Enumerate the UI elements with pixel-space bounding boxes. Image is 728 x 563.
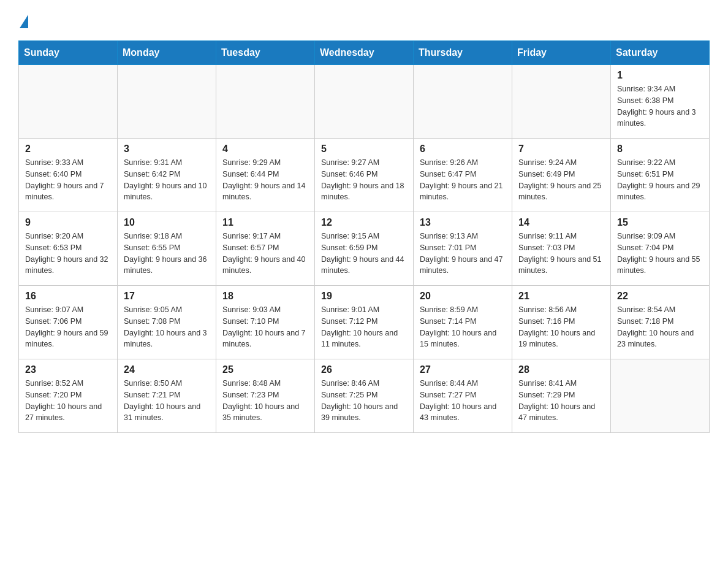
day-info: Sunrise: 9:15 AM Sunset: 6:59 PM Dayligh… [321,231,407,277]
day-number: 1 [617,70,703,81]
day-info: Sunrise: 8:56 AM Sunset: 7:16 PM Dayligh… [518,304,604,350]
day-number: 26 [321,364,407,375]
day-number: 17 [124,291,210,302]
day-info: Sunrise: 9:17 AM Sunset: 6:57 PM Dayligh… [222,231,308,277]
calendar-cell: 21Sunrise: 8:56 AM Sunset: 7:16 PM Dayli… [512,286,611,359]
logo-triangle-icon [20,15,28,28]
day-info: Sunrise: 9:20 AM Sunset: 6:53 PM Dayligh… [25,231,111,277]
day-info: Sunrise: 9:24 AM Sunset: 6:49 PM Dayligh… [518,157,604,203]
day-info: Sunrise: 8:50 AM Sunset: 7:21 PM Dayligh… [124,378,210,424]
calendar-week-row: 1Sunrise: 9:34 AM Sunset: 6:38 PM Daylig… [19,65,710,139]
day-number: 10 [124,217,210,228]
calendar-cell: 3Sunrise: 9:31 AM Sunset: 6:42 PM Daylig… [118,139,216,212]
column-header-friday: Friday [512,41,611,65]
calendar-cell: 6Sunrise: 9:26 AM Sunset: 6:47 PM Daylig… [414,139,512,212]
day-number: 5 [321,144,407,155]
day-info: Sunrise: 9:05 AM Sunset: 7:08 PM Dayligh… [124,304,210,350]
column-header-tuesday: Tuesday [216,41,315,65]
calendar-cell [414,65,512,139]
calendar-cell: 20Sunrise: 8:59 AM Sunset: 7:14 PM Dayli… [414,286,512,359]
calendar-cell [118,65,216,139]
day-info: Sunrise: 8:59 AM Sunset: 7:14 PM Dayligh… [420,304,506,350]
calendar-cell [19,65,118,139]
calendar-cell: 4Sunrise: 9:29 AM Sunset: 6:44 PM Daylig… [216,139,315,212]
day-info: Sunrise: 9:13 AM Sunset: 7:01 PM Dayligh… [420,231,506,277]
day-number: 12 [321,217,407,228]
calendar-cell: 10Sunrise: 9:18 AM Sunset: 6:55 PM Dayli… [118,212,216,286]
calendar-week-row: 9Sunrise: 9:20 AM Sunset: 6:53 PM Daylig… [19,212,710,286]
logo [18,12,28,28]
day-number: 7 [518,144,604,155]
day-info: Sunrise: 9:29 AM Sunset: 6:44 PM Dayligh… [222,157,308,203]
calendar-cell: 13Sunrise: 9:13 AM Sunset: 7:01 PM Dayli… [414,212,512,286]
day-info: Sunrise: 9:03 AM Sunset: 7:10 PM Dayligh… [222,304,308,350]
calendar-cell: 28Sunrise: 8:41 AM Sunset: 7:29 PM Dayli… [512,359,611,433]
calendar-cell [216,65,315,139]
day-info: Sunrise: 9:01 AM Sunset: 7:12 PM Dayligh… [321,304,407,350]
day-number: 14 [518,217,604,228]
calendar-cell: 26Sunrise: 8:46 AM Sunset: 7:25 PM Dayli… [315,359,414,433]
calendar-cell: 17Sunrise: 9:05 AM Sunset: 7:08 PM Dayli… [118,286,216,359]
day-number: 28 [518,364,604,375]
day-info: Sunrise: 9:18 AM Sunset: 6:55 PM Dayligh… [124,231,210,277]
day-info: Sunrise: 9:34 AM Sunset: 6:38 PM Dayligh… [617,83,703,129]
day-number: 13 [420,217,506,228]
day-number: 8 [617,144,703,155]
calendar-cell: 8Sunrise: 9:22 AM Sunset: 6:51 PM Daylig… [611,139,710,212]
day-info: Sunrise: 8:44 AM Sunset: 7:27 PM Dayligh… [420,378,506,424]
calendar-header-row: SundayMondayTuesdayWednesdayThursdayFrid… [19,41,710,65]
day-number: 16 [25,291,111,302]
calendar-cell: 18Sunrise: 9:03 AM Sunset: 7:10 PM Dayli… [216,286,315,359]
calendar-cell: 22Sunrise: 8:54 AM Sunset: 7:18 PM Dayli… [611,286,710,359]
calendar-cell: 7Sunrise: 9:24 AM Sunset: 6:49 PM Daylig… [512,139,611,212]
calendar-cell: 25Sunrise: 8:48 AM Sunset: 7:23 PM Dayli… [216,359,315,433]
calendar-cell: 16Sunrise: 9:07 AM Sunset: 7:06 PM Dayli… [19,286,118,359]
column-header-sunday: Sunday [19,41,118,65]
day-info: Sunrise: 9:11 AM Sunset: 7:03 PM Dayligh… [518,231,604,277]
calendar-week-row: 2Sunrise: 9:33 AM Sunset: 6:40 PM Daylig… [19,139,710,212]
page-header [18,12,710,28]
calendar-cell: 27Sunrise: 8:44 AM Sunset: 7:27 PM Dayli… [414,359,512,433]
calendar-table: SundayMondayTuesdayWednesdayThursdayFrid… [18,40,710,433]
calendar-cell: 11Sunrise: 9:17 AM Sunset: 6:57 PM Dayli… [216,212,315,286]
calendar-cell: 9Sunrise: 9:20 AM Sunset: 6:53 PM Daylig… [19,212,118,286]
calendar-cell: 15Sunrise: 9:09 AM Sunset: 7:04 PM Dayli… [611,212,710,286]
column-header-wednesday: Wednesday [315,41,414,65]
day-number: 19 [321,291,407,302]
calendar-cell: 19Sunrise: 9:01 AM Sunset: 7:12 PM Dayli… [315,286,414,359]
day-number: 2 [25,144,111,155]
day-number: 11 [222,217,308,228]
day-info: Sunrise: 9:27 AM Sunset: 6:46 PM Dayligh… [321,157,407,203]
day-info: Sunrise: 9:31 AM Sunset: 6:42 PM Dayligh… [124,157,210,203]
calendar-cell [512,65,611,139]
calendar-cell: 24Sunrise: 8:50 AM Sunset: 7:21 PM Dayli… [118,359,216,433]
calendar-cell: 1Sunrise: 9:34 AM Sunset: 6:38 PM Daylig… [611,65,710,139]
calendar-cell: 5Sunrise: 9:27 AM Sunset: 6:46 PM Daylig… [315,139,414,212]
calendar-cell [315,65,414,139]
day-number: 27 [420,364,506,375]
calendar-cell: 2Sunrise: 9:33 AM Sunset: 6:40 PM Daylig… [19,139,118,212]
column-header-thursday: Thursday [414,41,512,65]
day-number: 22 [617,291,703,302]
day-info: Sunrise: 8:54 AM Sunset: 7:18 PM Dayligh… [617,304,703,350]
day-number: 20 [420,291,506,302]
day-number: 4 [222,144,308,155]
day-number: 25 [222,364,308,375]
calendar-cell: 12Sunrise: 9:15 AM Sunset: 6:59 PM Dayli… [315,212,414,286]
day-info: Sunrise: 9:09 AM Sunset: 7:04 PM Dayligh… [617,231,703,277]
calendar-week-row: 16Sunrise: 9:07 AM Sunset: 7:06 PM Dayli… [19,286,710,359]
day-number: 9 [25,217,111,228]
day-number: 6 [420,144,506,155]
calendar-cell: 14Sunrise: 9:11 AM Sunset: 7:03 PM Dayli… [512,212,611,286]
day-number: 24 [124,364,210,375]
calendar-week-row: 23Sunrise: 8:52 AM Sunset: 7:20 PM Dayli… [19,359,710,433]
day-number: 23 [25,364,111,375]
day-info: Sunrise: 9:33 AM Sunset: 6:40 PM Dayligh… [25,157,111,203]
day-number: 3 [124,144,210,155]
day-info: Sunrise: 9:22 AM Sunset: 6:51 PM Dayligh… [617,157,703,203]
day-info: Sunrise: 9:26 AM Sunset: 6:47 PM Dayligh… [420,157,506,203]
day-number: 18 [222,291,308,302]
column-header-monday: Monday [118,41,216,65]
calendar-cell [611,359,710,433]
day-info: Sunrise: 8:41 AM Sunset: 7:29 PM Dayligh… [518,378,604,424]
